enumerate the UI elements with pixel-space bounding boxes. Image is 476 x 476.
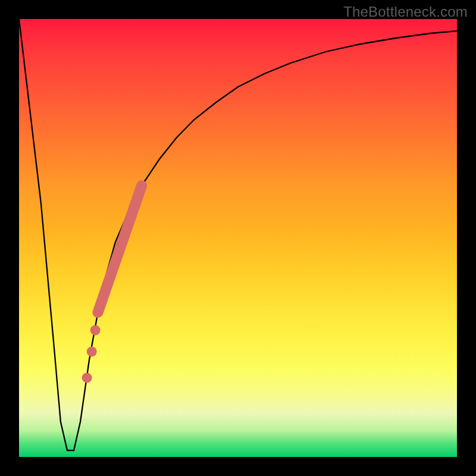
watermark-text: TheBottleneck.com [343,4,468,20]
plot-area [19,19,457,457]
overlay-dot [87,347,97,357]
chart-frame: TheBottleneck.com [0,0,476,476]
chart-svg [19,19,457,457]
overlay-thick-segment [98,186,142,312]
overlay-dot [90,325,101,336]
overlay-dot [82,373,92,383]
bottleneck-curve [19,19,457,450]
